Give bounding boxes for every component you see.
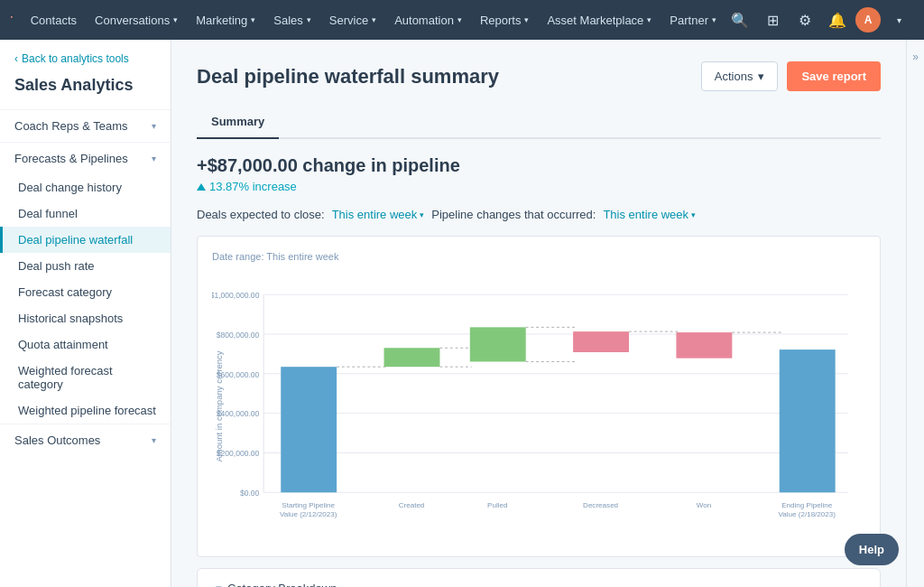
user-avatar[interactable]: A [855, 7, 881, 33]
back-to-analytics-tools[interactable]: ‹ Back to analytics tools [0, 40, 171, 72]
svg-text:Value (2/18/2023): Value (2/18/2023) [778, 510, 836, 518]
sidebar-item-weighted-pipeline-forecast[interactable]: Weighted pipeline forecast [0, 397, 171, 424]
svg-text:Created: Created [399, 501, 425, 509]
bar-decreased [573, 331, 629, 352]
chart-area: Amount in company currency $1,000,000.00… [212, 271, 865, 542]
category-breakdown-panel[interactable]: ▾ Category Breakdown [197, 568, 881, 587]
nav-service[interactable]: Service ▾ [320, 0, 385, 40]
bell-icon[interactable]: 🔔 [823, 5, 852, 34]
bar-starting-pipeline [281, 367, 337, 492]
tab-summary[interactable]: Summary [197, 106, 279, 139]
sidebar-section-header-sales-outcomes[interactable]: Sales Outcomes ▾ [0, 424, 171, 456]
svg-text:Value (2/12/2023): Value (2/12/2023) [280, 510, 337, 518]
grid-icon[interactable]: ⊞ [758, 5, 787, 34]
chart-date-label: Date range: This entire week [212, 251, 865, 262]
svg-text:Won: Won [697, 501, 711, 509]
page-header: Deal pipeline waterfall summary Actions … [197, 61, 881, 91]
svg-text:Starting Pipeline: Starting Pipeline [282, 501, 335, 509]
nav-partner[interactable]: Partner ▾ [661, 0, 725, 40]
chevron-down-icon-7: ▾ [216, 582, 222, 587]
settings-icon[interactable]: ⚙ [790, 5, 819, 34]
svg-text:$1,000,000.00: $1,000,000.00 [212, 291, 260, 300]
sidebar-item-quota-attainment[interactable]: Quota attainment [0, 331, 171, 358]
search-icon[interactable]: 🔍 [725, 5, 754, 34]
svg-text:Amount in company currency: Amount in company currency [214, 350, 224, 461]
nav-marketing[interactable]: Marketing ▾ [187, 0, 264, 40]
sidebar-item-deal-push-rate[interactable]: Deal push rate [0, 253, 171, 279]
sidebar-section-sales-outcomes: Sales Outcomes ▾ [0, 424, 171, 456]
change-pct: 13.87% increase [197, 180, 881, 193]
deals-period-filter[interactable]: This entire week ▾ [332, 208, 425, 221]
bar-pulled [470, 327, 526, 361]
sidebar-item-forecast-category[interactable]: Forecast category [0, 279, 171, 305]
double-chevron-right-icon: » [912, 51, 919, 63]
chart-container: Date range: This entire week Amount in c… [197, 236, 881, 557]
actions-button[interactable]: Actions ▾ [701, 61, 779, 91]
nav-automation[interactable]: Automation ▾ [385, 0, 471, 40]
hubspot-logo[interactable] [11, 7, 13, 33]
chevron-down-icon-5: ▾ [420, 210, 424, 219]
svg-text:$400,000.00: $400,000.00 [217, 409, 260, 418]
back-arrow-icon: ‹ [14, 52, 18, 65]
chevron-down-icon-4: ▾ [758, 70, 764, 83]
sidebar-section-header-coach[interactable]: Coach Reps & Teams ▾ [0, 110, 171, 142]
top-navigation: Contacts Conversations ▾ Marketing ▾ Sal… [0, 0, 924, 40]
increase-arrow-icon [197, 183, 206, 191]
nav-sales[interactable]: Sales ▾ [264, 0, 320, 40]
bar-won [676, 332, 732, 359]
nav-asset-marketplace[interactable]: Asset Marketplace ▾ [538, 0, 661, 40]
sidebar-section-header-forecasts[interactable]: Forecasts & Pipelines ▾ [0, 143, 171, 174]
app-body: ‹ Back to analytics tools Sales Analytic… [0, 40, 924, 587]
sidebar-item-weighted-forecast-category[interactable]: Weighted forecast category [0, 358, 171, 397]
sidebar-title: Sales Analytics [0, 72, 171, 109]
nav-icon-group: 🔍 ⊞ ⚙ 🔔 A ▾ [725, 5, 913, 34]
svg-text:$600,000.00: $600,000.00 [217, 370, 260, 379]
nav-contacts[interactable]: Contacts [22, 0, 86, 40]
chevron-down-icon-3: ▾ [152, 435, 156, 445]
sidebar-item-historical-snapshots[interactable]: Historical snapshots [0, 305, 171, 331]
save-report-button[interactable]: Save report [787, 61, 881, 91]
svg-point-0 [11, 16, 13, 18]
account-chevron[interactable]: ▾ [884, 5, 913, 34]
chevron-down-icon-6: ▾ [691, 210, 696, 219]
bar-ending-pipeline [780, 349, 836, 492]
nav-conversations[interactable]: Conversations ▾ [86, 0, 187, 40]
svg-text:$800,000.00: $800,000.00 [217, 331, 260, 340]
tabs: Summary [197, 106, 881, 139]
pipeline-period-filter[interactable]: This entire week ▾ [603, 208, 696, 221]
sidebar-item-deal-change-history[interactable]: Deal change history [0, 174, 171, 200]
main-content: Deal pipeline waterfall summary Actions … [171, 40, 906, 587]
svg-text:Decreased: Decreased [583, 501, 618, 509]
svg-text:$200,000.00: $200,000.00 [217, 449, 260, 458]
header-actions: Actions ▾ Save report [701, 61, 881, 91]
sidebar-section-coach: Coach Reps & Teams ▾ [0, 109, 171, 142]
page-title: Deal pipeline waterfall summary [197, 65, 499, 89]
sidebar-section-forecasts: Forecasts & Pipelines ▾ Deal change hist… [0, 142, 171, 424]
svg-text:Pulled: Pulled [487, 501, 507, 509]
sidebar-item-deal-pipeline-waterfall[interactable]: Deal pipeline waterfall [0, 227, 171, 253]
chevron-down-icon: ▾ [152, 121, 156, 131]
chevron-down-icon-2: ▾ [152, 154, 156, 163]
svg-rect-16 [384, 367, 440, 386]
change-value: +$87,000.00 change in pipeline [197, 155, 881, 176]
help-button[interactable]: Help [845, 534, 899, 565]
nav-reports[interactable]: Reports ▾ [471, 0, 539, 40]
sidebar-item-deal-funnel[interactable]: Deal funnel [0, 200, 171, 227]
bar-created [384, 348, 440, 367]
sidebar: ‹ Back to analytics tools Sales Analytic… [0, 40, 171, 587]
right-collapse-panel[interactable]: » [906, 40, 924, 587]
filter-row: Deals expected to close: This entire wee… [197, 208, 881, 221]
svg-text:$0.00: $0.00 [240, 489, 260, 498]
svg-text:Ending Pipeline: Ending Pipeline [781, 501, 833, 509]
